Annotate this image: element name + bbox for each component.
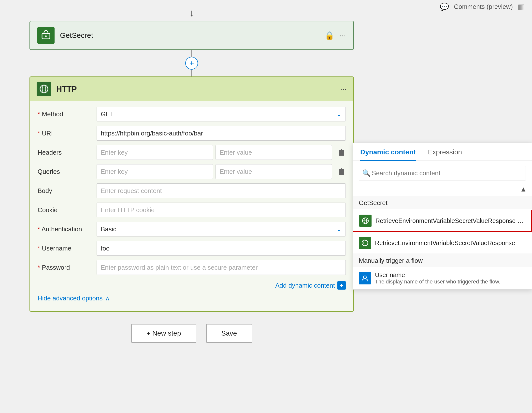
item2-label: RetrieveEnvironmentVariableSecretValueRe… — [375, 239, 526, 247]
card-actions: 🔒 ··· — [325, 31, 346, 40]
search-box: 🔍 — [359, 166, 526, 180]
uri-input[interactable] — [97, 126, 346, 141]
item3-text-wrap: User name The display name of the user w… — [375, 271, 526, 285]
http-card: HTTP ··· Method GET POST PUT DELETE ⌄ — [29, 76, 354, 312]
body-input[interactable] — [97, 183, 346, 198]
http-more-icon[interactable]: ··· — [340, 85, 347, 94]
panel-tabs: Dynamic content Expression — [353, 143, 532, 161]
plus-connector: + — [185, 50, 198, 76]
method-select[interactable]: GET POST PUT DELETE — [97, 107, 346, 121]
cookie-input[interactable] — [97, 203, 346, 217]
svg-point-13 — [363, 276, 366, 279]
search-icon: 🔍 — [362, 169, 371, 177]
bottom-buttons: + New step Save — [131, 324, 252, 343]
queries-row: Queries 🗑 — [38, 164, 346, 179]
comments-icon: 💬 — [440, 2, 449, 11]
section-getsecret: GetSecret — [353, 196, 532, 209]
method-label: Method — [38, 110, 92, 118]
queries-delete-icon[interactable]: 🗑 — [338, 167, 346, 176]
headers-row: Headers 🗑 — [38, 145, 346, 160]
username-label: Username — [38, 245, 92, 252]
more-icon[interactable]: ··· — [339, 31, 346, 40]
queries-value-input[interactable] — [216, 164, 332, 179]
item3-subtext: The display name of the user who trigger… — [375, 279, 526, 285]
method-select-wrapper: GET POST PUT DELETE ⌄ — [97, 107, 346, 121]
new-step-button[interactable]: + New step — [131, 324, 196, 343]
queries-label: Queries — [38, 168, 92, 176]
headers-value-input[interactable] — [216, 145, 332, 160]
connector-line-top — [191, 50, 192, 57]
comments-label: Comments (preview) — [454, 3, 513, 11]
layout-icon: ▦ — [518, 2, 525, 11]
hide-advanced-label: Hide advanced options — [38, 295, 103, 302]
chevron-up-icon: ∧ — [105, 295, 110, 302]
auth-row: Authentication Basic None Client Credent… — [38, 222, 346, 236]
list-item-2[interactable]: RetrieveEnvironmentVariableSecretValueRe… — [353, 232, 532, 253]
getsecret-title: GetSecret — [60, 31, 319, 40]
headers-inputs — [97, 145, 332, 160]
item2-icon — [359, 237, 371, 249]
auth-select[interactable]: Basic None Client Credentials — [97, 222, 346, 236]
item1-label: RetrieveEnvironmentVariableSecretValueRe… — [375, 217, 525, 224]
cookie-label: Cookie — [38, 206, 92, 214]
add-dynamic-row: Add dynamic content + — [38, 279, 346, 291]
top-bar: 💬 Comments (preview) ▦ — [432, 0, 532, 14]
item3-label: User name — [375, 271, 526, 279]
headers-delete-icon[interactable]: 🗑 — [338, 148, 346, 157]
add-dynamic-icon[interactable]: + — [337, 281, 346, 290]
list-item-1[interactable]: RetrieveEnvironmentVariableSecretValueRe… — [353, 210, 532, 232]
list-item-3[interactable]: User name The display name of the user w… — [353, 267, 532, 289]
http-icon — [37, 82, 51, 96]
connector-line-bottom — [191, 70, 192, 76]
scroll-up-btn[interactable]: ▲ — [520, 185, 527, 193]
method-row: Method GET POST PUT DELETE ⌄ — [38, 107, 346, 121]
getsecret-card[interactable]: GetSecret 🔒 ··· — [29, 21, 354, 50]
password-label: Password — [38, 264, 92, 271]
svg-point-1 — [45, 35, 47, 37]
dynamic-content-panel: Dynamic content Expression 🔍 ▲ GetSecret… — [353, 143, 532, 290]
hide-advanced-btn[interactable]: Hide advanced options ∧ — [38, 292, 346, 306]
queries-inputs — [97, 164, 332, 179]
uri-label: URI — [38, 130, 92, 137]
uri-row: URI — [38, 126, 346, 141]
http-card-header: HTTP ··· — [30, 77, 353, 101]
username-row: Username — [38, 241, 346, 256]
username-input[interactable] — [97, 241, 346, 256]
body-row: Body — [38, 183, 346, 198]
auth-label: Authentication — [38, 225, 92, 233]
tab-expression[interactable]: Expression — [428, 143, 462, 161]
tab-dynamic-content[interactable]: Dynamic content — [360, 143, 416, 161]
getsecret-icon — [37, 27, 55, 44]
save-button[interactable]: Save — [206, 324, 252, 343]
add-step-btn[interactable]: + — [185, 57, 198, 70]
headers-label: Headers — [38, 149, 92, 156]
canvas: ↓ GetSecret 🔒 ··· + — [0, 0, 383, 413]
arrow-down-top: ↓ — [189, 7, 194, 18]
search-input[interactable] — [359, 166, 526, 180]
headers-key-input[interactable] — [97, 145, 213, 160]
cookie-row: Cookie — [38, 203, 346, 217]
section-manual: Manually trigger a flow — [353, 253, 532, 267]
http-title: HTTP — [56, 85, 335, 94]
add-dynamic-link[interactable]: Add dynamic content — [275, 282, 335, 289]
queries-key-input[interactable] — [97, 164, 213, 179]
password-row: Password — [38, 260, 346, 275]
item1-icon — [359, 215, 372, 227]
http-form: Method GET POST PUT DELETE ⌄ URI — [30, 101, 353, 311]
item3-icon — [359, 272, 371, 284]
lock-icon[interactable]: 🔒 — [325, 31, 334, 40]
body-label: Body — [38, 187, 92, 195]
password-input[interactable] — [97, 260, 346, 275]
auth-select-wrapper: Basic None Client Credentials ⌄ — [97, 222, 346, 236]
